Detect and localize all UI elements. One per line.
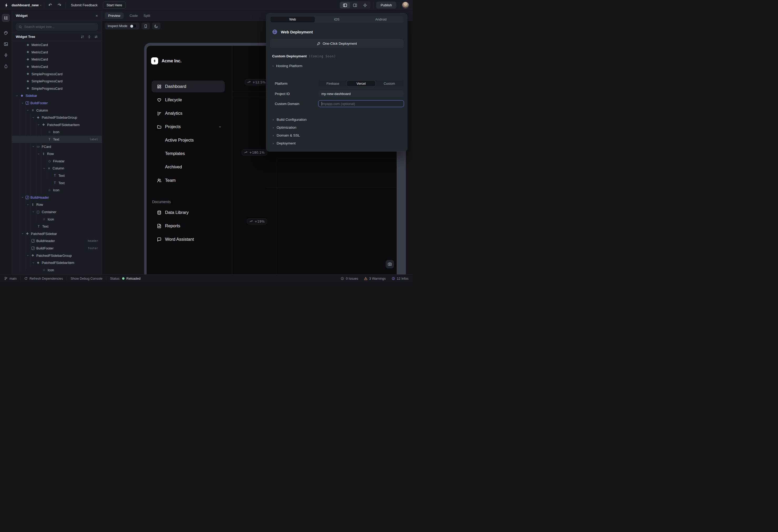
- nav-item-dashboard[interactable]: Dashboard: [152, 81, 225, 92]
- palette-rail-button[interactable]: [2, 29, 9, 36]
- tree-item[interactable]: ›▭FCard: [12, 143, 102, 150]
- issues-counter[interactable]: 0 Issues: [340, 277, 358, 280]
- nav-item-archived[interactable]: Archived: [152, 161, 225, 173]
- nav-item-analytics[interactable]: Analytics: [152, 107, 225, 119]
- section-deployment[interactable]: › Deployment: [273, 141, 296, 145]
- sort-icon[interactable]: [81, 35, 84, 39]
- tab-split[interactable]: Split: [143, 14, 150, 18]
- section-build-configuration[interactable]: › Build Configuration: [273, 117, 307, 121]
- widget-search-box[interactable]: [16, 23, 98, 30]
- tree-item[interactable]: ›❖PatchedFSidebarGroup: [12, 252, 102, 259]
- tab-web[interactable]: Web: [270, 17, 315, 22]
- project-id-input[interactable]: my-new-dashboard: [318, 90, 404, 97]
- tree-item[interactable]: ❖SimpleProgressCard: [12, 85, 102, 92]
- nav-item-templates[interactable]: Templates: [152, 148, 225, 160]
- hosting-platform-toggle[interactable]: › Hosting Platform: [270, 64, 403, 68]
- warnings-counter[interactable]: 3 Warnings: [364, 277, 386, 280]
- tree-item[interactable]: ›≡Column: [12, 165, 102, 172]
- tree-item[interactable]: ›❖PatchedFSidebar: [12, 230, 102, 237]
- one-click-deployment-button[interactable]: One-Click Deployment: [270, 39, 403, 48]
- chevron-down-icon[interactable]: ›: [15, 94, 19, 97]
- chevron-down-icon[interactable]: ›: [31, 262, 35, 264]
- custom-domain-input[interactable]: myapp.com (optional): [318, 100, 404, 107]
- tree-item[interactable]: ❖MetricCard: [12, 56, 102, 63]
- platform-option-firebase[interactable]: Firebase: [319, 81, 347, 86]
- tree-item[interactable]: ☆Icon: [12, 266, 102, 274]
- chevron-down-icon[interactable]: ›: [31, 210, 35, 213]
- chevron-down-icon[interactable]: ›: [26, 254, 30, 257]
- tree-item[interactable]: ☆Icon: [12, 215, 102, 223]
- screenshot-camera-button[interactable]: [386, 260, 394, 268]
- theme-droplet-rail-button[interactable]: [2, 62, 9, 70]
- tree-item[interactable]: TTextlabel: [12, 136, 102, 143]
- close-icon[interactable]: ×: [95, 13, 98, 18]
- chevron-down-icon[interactable]: ›: [31, 116, 35, 119]
- dark-mode-moon-button[interactable]: [152, 23, 161, 29]
- tree-item[interactable]: ›‖Row: [12, 150, 102, 158]
- infos-counter[interactable]: 12 Infos: [392, 277, 408, 280]
- actions-zap-rail-button[interactable]: [2, 51, 9, 59]
- tree-item[interactable]: TText: [12, 172, 102, 179]
- tree-item[interactable]: ›❖PatchedFSidebarGroup: [12, 114, 102, 121]
- section-domain-ssl[interactable]: › Domain & SSL: [273, 134, 300, 137]
- chevron-down-icon[interactable]: ›: [21, 102, 24, 104]
- nav-item-team[interactable]: Team: [152, 174, 225, 186]
- tree-item[interactable]: ❖MetricCard: [12, 49, 102, 56]
- assets-image-rail-button[interactable]: [2, 40, 9, 48]
- tree-item[interactable]: ❖MetricCard: [12, 63, 102, 71]
- chevron-down-icon[interactable]: ›: [21, 196, 24, 199]
- tab-code[interactable]: Code: [130, 14, 138, 18]
- chevron-down-icon[interactable]: ›: [37, 123, 41, 126]
- tree-item[interactable]: ☆Icon: [12, 128, 102, 136]
- toggle-right-panel-button[interactable]: [350, 2, 360, 8]
- tree-item[interactable]: ›❖PatchedFSidebarItem: [12, 259, 102, 267]
- refresh-dependencies-button[interactable]: Refresh Dependencies: [24, 277, 63, 280]
- chevron-down-icon[interactable]: ›: [26, 109, 30, 111]
- widget-tree-rail-button[interactable]: [2, 14, 9, 21]
- nav-item-data-library[interactable]: Data Library: [152, 206, 225, 218]
- platform-option-custom[interactable]: Custom: [375, 81, 403, 86]
- ai-sparkle-button[interactable]: [360, 2, 370, 8]
- search-input[interactable]: [24, 25, 95, 29]
- redo-button[interactable]: ↷: [56, 3, 63, 8]
- chevron-down-icon[interactable]: ›: [26, 203, 30, 206]
- tab-preview[interactable]: Preview: [105, 12, 124, 19]
- inspect-mode-toggle[interactable]: [130, 24, 137, 28]
- chevron-down-icon[interactable]: ›: [31, 145, 35, 148]
- collapse-all-icon[interactable]: [87, 35, 91, 39]
- git-branch-indicator[interactable]: main: [4, 277, 17, 280]
- tree-item[interactable]: ›‖Row: [12, 201, 102, 208]
- tree-item[interactable]: TText: [12, 223, 102, 230]
- nav-item-projects[interactable]: Projects ›: [152, 121, 225, 132]
- tab-android[interactable]: Android: [359, 17, 403, 22]
- start-here-button[interactable]: Start Here: [103, 2, 126, 9]
- chevron-down-icon[interactable]: ›: [43, 167, 46, 170]
- tree-options-icon[interactable]: [94, 35, 98, 39]
- show-debug-console-button[interactable]: Show Debug Console: [71, 277, 102, 280]
- tree-item[interactable]: ›❖PatchedFSidebarItem: [12, 121, 102, 129]
- tree-item[interactable]: ❖SimpleProgressCard: [12, 78, 102, 85]
- device-frame-button[interactable]: [141, 23, 150, 29]
- tree-item[interactable]: ❖MetricCard: [12, 41, 102, 49]
- tree-item[interactable]: ƒBuildFooterfooter: [12, 245, 102, 252]
- submit-feedback-button[interactable]: Submit Feedback: [68, 2, 100, 8]
- nav-item-lifecycle[interactable]: Lifecycle: [152, 94, 225, 106]
- tree-item[interactable]: TText: [12, 179, 102, 187]
- tree-item[interactable]: ›ƒBuildHeader: [12, 194, 102, 201]
- toggle-left-panel-button[interactable]: [340, 2, 350, 8]
- tree-item[interactable]: ◇FAvatar: [12, 158, 102, 165]
- undo-button[interactable]: ↶: [47, 3, 54, 8]
- nav-item-word-assistant[interactable]: Word Assistant: [152, 233, 225, 245]
- section-optimization[interactable]: › Optimization: [273, 125, 296, 129]
- chevron-down-icon[interactable]: ›: [37, 153, 41, 155]
- tab-ios[interactable]: iOS: [315, 17, 359, 22]
- tree-item[interactable]: ›ƒBuildFooter: [12, 99, 102, 107]
- nav-item-active-projects[interactable]: Active Projects: [152, 134, 225, 146]
- publish-button[interactable]: Publish: [376, 2, 396, 9]
- tree-item[interactable]: ƒBuildHeaderheader: [12, 237, 102, 245]
- tree-item[interactable]: ›▢Container: [12, 208, 102, 216]
- user-avatar[interactable]: [402, 2, 409, 9]
- tree-item[interactable]: ›≡Column: [12, 106, 102, 114]
- project-switcher[interactable]: dashboard_new ›: [12, 3, 41, 7]
- tree-item[interactable]: ›❖Sidebar: [12, 92, 102, 99]
